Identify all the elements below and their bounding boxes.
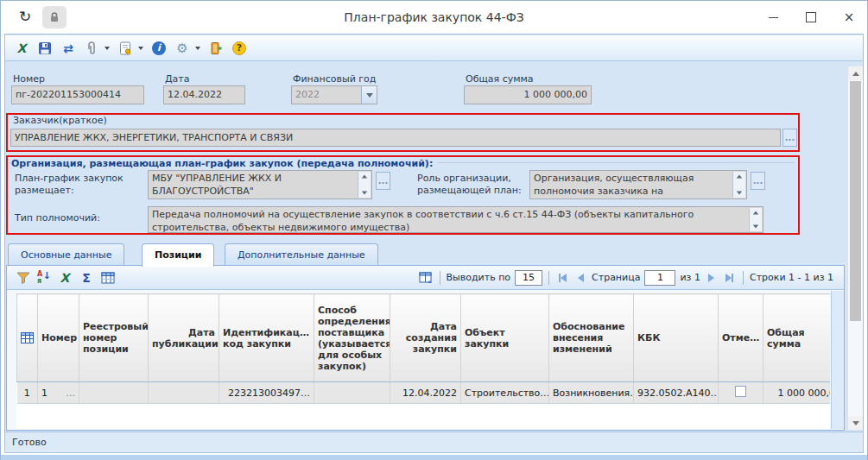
total-field[interactable]: 1 000 000,00 <box>464 85 592 104</box>
save-icon[interactable] <box>37 41 53 56</box>
vertical-scrollbar[interactable] <box>848 66 863 430</box>
col-ikz[interactable]: Идентификац… код закупки <box>219 294 314 382</box>
cell-kbk[interactable]: 932.0502.А140… <box>634 382 719 404</box>
page-input[interactable]: 1 <box>644 270 675 286</box>
total-label: Общая сумма <box>466 73 534 85</box>
sort-icon[interactable]: А я ↓ <box>37 271 51 285</box>
first-page-button[interactable] <box>555 271 569 285</box>
col-method[interactable]: Способ определения поставщика (указывает… <box>314 294 390 382</box>
cell-object[interactable]: Строительство… <box>461 382 549 404</box>
window-bottom-edge <box>1 455 867 460</box>
page-size-input[interactable]: 15 <box>515 270 542 286</box>
col-created[interactable]: Дата создания закупки <box>390 294 461 382</box>
authority-type-label: Тип полномочий: <box>15 212 144 224</box>
cell-created[interactable]: 12.04.2022 <box>390 382 461 404</box>
prev-page-button[interactable] <box>573 271 587 285</box>
fin-year-dropdown-icon[interactable] <box>361 86 377 104</box>
col-object[interactable]: Объект закупки <box>461 294 549 382</box>
row-expand-ellipsis[interactable]: … <box>66 388 75 399</box>
sync-icon[interactable]: ⇄ <box>60 41 76 56</box>
col-reg-number[interactable]: Реестровый номер позиции <box>79 294 149 382</box>
grid-pager: Выводить по 15 Страница 1 из 1 Строки 1 … <box>418 270 839 286</box>
placer-label: План-график закупок размещает: <box>15 173 144 197</box>
grid-body: Номер Реестровый номер позиции Дата публ… <box>16 293 830 429</box>
placer-combo[interactable]: МБУ "УПРАВЛЕНИЕ ЖКХ И БЛАГОУСТРОЙСТВА" <box>148 170 372 199</box>
select-all-header[interactable] <box>17 294 38 382</box>
col-kbk[interactable]: КБК <box>634 294 719 382</box>
titlebar: ↻ План-график закупок 44-ФЗ × <box>1 1 867 34</box>
next-page-button[interactable] <box>705 271 719 285</box>
cell-total[interactable]: 1 000 000,00 <box>763 382 831 404</box>
exit-icon[interactable] <box>208 41 224 56</box>
app-window: ↻ План-график закупок 44-ФЗ × X <box>0 0 868 460</box>
attachments-icon[interactable] <box>84 41 99 56</box>
placer-spinner-icon[interactable] <box>358 172 371 198</box>
grid-toolbar: А я ↓ X Σ <box>7 266 844 290</box>
sum-icon[interactable]: Σ <box>79 270 94 286</box>
tab-positions[interactable]: Позиции <box>142 243 214 267</box>
date-field[interactable]: 12.04.2022 <box>163 85 245 104</box>
sign-document-icon[interactable] <box>117 41 133 56</box>
placer-browse-button[interactable]: ... <box>376 172 390 190</box>
number-field[interactable]: пг-202201153000414 <box>11 85 144 104</box>
col-total[interactable]: Общая сумма <box>763 294 831 382</box>
tab-main-data[interactable]: Основные данные <box>8 243 124 265</box>
col-marked[interactable]: Отме… <box>719 294 763 382</box>
role-spinner-icon[interactable] <box>732 172 745 198</box>
main-toolbar: X ⇄ i ⚙ <box>5 35 863 61</box>
cell-ikz[interactable]: 223213003497… <box>219 382 314 404</box>
cell-reg-number <box>79 382 149 404</box>
info-icon[interactable]: i <box>151 41 167 56</box>
col-reason[interactable]: Обоснование внесения изменений <box>549 294 634 382</box>
customer-browse-button[interactable]: ... <box>782 129 797 147</box>
grid-refresh-icon[interactable] <box>418 270 434 286</box>
maximize-button[interactable] <box>805 11 817 23</box>
cell-pub-date <box>149 382 219 404</box>
services-gear-icon[interactable]: ⚙ <box>174 41 190 56</box>
scrollbar-thumb[interactable] <box>850 81 861 321</box>
help-icon[interactable]: ? <box>231 41 247 56</box>
page-size-label: Выводить по <box>447 272 511 283</box>
row-marked-checkbox[interactable] <box>735 386 746 397</box>
role-combo[interactable]: Организация, осуществляющая полномочия з… <box>529 170 747 199</box>
grid-export-excel-icon[interactable]: X <box>57 270 73 286</box>
role-browse-button[interactable]: ... <box>751 172 765 190</box>
row-number-cell: 1 <box>17 382 38 404</box>
col-number[interactable]: Номер <box>38 294 79 382</box>
positions-grid-panel: А я ↓ X Σ <box>6 265 845 431</box>
cell-method <box>314 382 390 404</box>
page-of: из 1 <box>680 272 700 283</box>
table-grid-icon <box>21 332 34 343</box>
tab-additional-data[interactable]: Дополнительные данные <box>225 243 378 265</box>
minimize-button[interactable] <box>767 11 779 23</box>
close-button[interactable]: × <box>843 11 855 23</box>
cell-reason[interactable]: Возникновения… <box>549 382 634 404</box>
status-text: Готово <box>12 437 47 448</box>
role-label: Роль организации, размещающей план: <box>417 173 528 197</box>
customer-field[interactable]: УПРАВЛЕНИЕ ЖКХ, ЭНЕРГЕТИКИ, ТРАНСПОРТА И… <box>10 129 781 147</box>
fin-year-label: Финансовый год <box>293 73 376 85</box>
status-bar: Готово <box>4 432 864 453</box>
sign-dropdown-caret-icon[interactable] <box>138 47 143 50</box>
last-page-button[interactable] <box>723 271 737 285</box>
cell-number[interactable]: 1 … <box>38 382 79 404</box>
services-dropdown-caret-icon[interactable] <box>195 47 200 50</box>
authority-type-field[interactable]: Передача полномочий на осуществление зак… <box>148 206 763 233</box>
date-label: Дата <box>165 73 189 85</box>
page-word: Страница <box>592 272 640 283</box>
customer-label: Заказчик(краткое) <box>13 115 107 126</box>
table-row[interactable]: 1 1 … 223213003497… 12.04.2022 Строит <box>17 382 831 404</box>
export-excel-icon[interactable]: X <box>14 41 29 56</box>
fin-year-combo[interactable]: 2022 <box>291 85 377 104</box>
rows-info: Строки 1 - 1 из 1 <box>750 272 833 283</box>
scroll-down-icon[interactable] <box>848 416 863 430</box>
attachments-dropdown-caret-icon[interactable] <box>105 47 110 50</box>
grid-header-row: Номер Реестровый номер позиции Дата публ… <box>17 294 831 382</box>
scroll-up-icon[interactable] <box>848 66 863 80</box>
col-pub-date[interactable]: Дата публикации <box>149 294 219 382</box>
organization-legend: Организация, размещающая план-график зак… <box>11 158 438 169</box>
authority-spinner-icon[interactable] <box>749 208 762 231</box>
grid-scrollbar[interactable] <box>831 291 844 429</box>
columns-icon[interactable] <box>100 270 116 286</box>
filter-icon[interactable] <box>16 270 31 286</box>
